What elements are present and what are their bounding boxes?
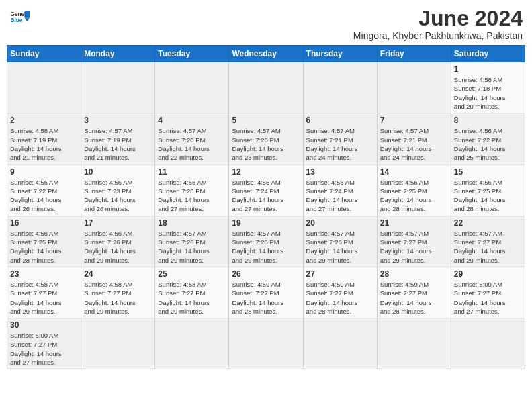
calendar-cell: 17Sunrise: 4:56 AM Sunset: 7:26 PM Dayli…	[81, 216, 155, 267]
logo: General Blue	[9, 7, 30, 27]
day-info: Sunrise: 4:57 AM Sunset: 7:27 PM Dayligh…	[380, 229, 448, 265]
day-info: Sunrise: 4:57 AM Sunset: 7:21 PM Dayligh…	[380, 126, 448, 162]
calendar-cell	[81, 318, 155, 369]
calendar-cell: 22Sunrise: 4:57 AM Sunset: 7:27 PM Dayli…	[451, 216, 525, 267]
calendar-cell: 7Sunrise: 4:57 AM Sunset: 7:21 PM Daylig…	[377, 113, 451, 165]
day-number: 13	[306, 167, 374, 177]
calendar-cell: 15Sunrise: 4:56 AM Sunset: 7:25 PM Dayli…	[451, 165, 525, 216]
day-info: Sunrise: 4:59 AM Sunset: 7:27 PM Dayligh…	[232, 280, 300, 316]
day-number: 12	[232, 167, 300, 177]
calendar-cell: 25Sunrise: 4:58 AM Sunset: 7:27 PM Dayli…	[155, 267, 229, 318]
calendar-cell: 4Sunrise: 4:57 AM Sunset: 7:20 PM Daylig…	[155, 113, 229, 165]
calendar-cell	[377, 62, 451, 113]
calendar-cell: 19Sunrise: 4:57 AM Sunset: 7:26 PM Dayli…	[229, 216, 303, 267]
day-info: Sunrise: 4:57 AM Sunset: 7:27 PM Dayligh…	[454, 229, 522, 265]
calendar-cell	[451, 318, 525, 369]
day-number: 15	[454, 167, 522, 177]
day-number: 8	[454, 116, 522, 125]
calendar-body: 1Sunrise: 4:58 AM Sunset: 7:18 PM Daylig…	[7, 62, 525, 369]
day-number: 3	[84, 116, 152, 125]
day-number: 6	[306, 116, 374, 125]
calendar-cell: 3Sunrise: 4:57 AM Sunset: 7:19 PM Daylig…	[81, 113, 155, 165]
day-info: Sunrise: 4:56 AM Sunset: 7:25 PM Dayligh…	[10, 229, 78, 265]
calendar-cell	[155, 62, 229, 113]
svg-marker-2	[25, 11, 30, 18]
calendar-cell: 28Sunrise: 4:59 AM Sunset: 7:27 PM Dayli…	[377, 267, 451, 318]
day-number: 2	[10, 116, 78, 125]
day-number: 28	[380, 269, 448, 279]
week-row-4: 23Sunrise: 4:58 AM Sunset: 7:27 PM Dayli…	[7, 267, 525, 318]
day-info: Sunrise: 4:59 AM Sunset: 7:27 PM Dayligh…	[380, 280, 448, 316]
day-number: 5	[232, 116, 300, 125]
day-info: Sunrise: 4:59 AM Sunset: 7:27 PM Dayligh…	[306, 280, 374, 316]
day-number: 18	[158, 218, 226, 228]
calendar-cell	[303, 318, 377, 369]
day-number: 25	[158, 269, 226, 279]
day-number: 14	[380, 167, 448, 177]
calendar-cell: 24Sunrise: 4:58 AM Sunset: 7:27 PM Dayli…	[81, 267, 155, 318]
day-info: Sunrise: 4:57 AM Sunset: 7:21 PM Dayligh…	[306, 126, 374, 162]
day-info: Sunrise: 5:00 AM Sunset: 7:27 PM Dayligh…	[10, 331, 78, 367]
day-number: 24	[84, 269, 152, 279]
weekday-row: SundayMondayTuesdayWednesdayThursdayFrid…	[7, 46, 525, 62]
day-info: Sunrise: 4:56 AM Sunset: 7:26 PM Dayligh…	[84, 229, 152, 265]
day-info: Sunrise: 5:00 AM Sunset: 7:27 PM Dayligh…	[454, 280, 522, 316]
day-number: 27	[306, 269, 374, 279]
calendar-cell: 14Sunrise: 4:56 AM Sunset: 7:25 PM Dayli…	[377, 165, 451, 216]
day-info: Sunrise: 4:58 AM Sunset: 7:27 PM Dayligh…	[158, 280, 226, 316]
calendar-cell	[229, 62, 303, 113]
calendar-cell: 16Sunrise: 4:56 AM Sunset: 7:25 PM Dayli…	[7, 216, 81, 267]
week-row-5: 30Sunrise: 5:00 AM Sunset: 7:27 PM Dayli…	[7, 318, 525, 369]
calendar-cell: 5Sunrise: 4:57 AM Sunset: 7:20 PM Daylig…	[229, 113, 303, 165]
day-info: Sunrise: 4:58 AM Sunset: 7:27 PM Dayligh…	[84, 280, 152, 316]
day-number: 7	[380, 116, 448, 125]
day-number: 23	[10, 269, 78, 279]
svg-marker-3	[25, 18, 30, 22]
day-number: 22	[454, 218, 522, 228]
day-info: Sunrise: 4:56 AM Sunset: 7:24 PM Dayligh…	[232, 178, 300, 214]
day-number: 19	[232, 218, 300, 228]
day-info: Sunrise: 4:57 AM Sunset: 7:19 PM Dayligh…	[84, 126, 152, 162]
day-number: 4	[158, 116, 226, 125]
calendar-cell	[229, 318, 303, 369]
day-number: 21	[380, 218, 448, 228]
day-info: Sunrise: 4:57 AM Sunset: 7:26 PM Dayligh…	[306, 229, 374, 265]
page-header: General Blue June 2024 Mingora, Khyber P…	[7, 7, 525, 41]
day-number: 29	[454, 269, 522, 279]
day-number: 11	[158, 167, 226, 177]
logo-icon: General Blue	[9, 7, 30, 27]
month-title: June 2024	[353, 7, 523, 30]
calendar-cell: 2Sunrise: 4:58 AM Sunset: 7:19 PM Daylig…	[7, 113, 81, 165]
day-number: 1	[454, 64, 522, 74]
day-number: 26	[232, 269, 300, 279]
week-row-2: 9Sunrise: 4:56 AM Sunset: 7:22 PM Daylig…	[7, 165, 525, 216]
day-info: Sunrise: 4:58 AM Sunset: 7:27 PM Dayligh…	[10, 280, 78, 316]
calendar-cell: 26Sunrise: 4:59 AM Sunset: 7:27 PM Dayli…	[229, 267, 303, 318]
week-row-3: 16Sunrise: 4:56 AM Sunset: 7:25 PM Dayli…	[7, 216, 525, 267]
day-info: Sunrise: 4:56 AM Sunset: 7:25 PM Dayligh…	[380, 178, 448, 214]
day-info: Sunrise: 4:56 AM Sunset: 7:22 PM Dayligh…	[10, 178, 78, 214]
calendar-cell: 9Sunrise: 4:56 AM Sunset: 7:22 PM Daylig…	[7, 165, 81, 216]
calendar-cell: 1Sunrise: 4:58 AM Sunset: 7:18 PM Daylig…	[451, 62, 525, 113]
calendar-cell	[7, 62, 81, 113]
day-number: 20	[306, 218, 374, 228]
weekday-monday: Monday	[81, 46, 155, 62]
weekday-friday: Friday	[377, 46, 451, 62]
calendar-cell: 10Sunrise: 4:56 AM Sunset: 7:23 PM Dayli…	[81, 165, 155, 216]
weekday-saturday: Saturday	[451, 46, 525, 62]
day-info: Sunrise: 4:56 AM Sunset: 7:23 PM Dayligh…	[158, 178, 226, 214]
day-number: 30	[10, 320, 78, 330]
day-info: Sunrise: 4:56 AM Sunset: 7:24 PM Dayligh…	[306, 178, 374, 214]
calendar-cell: 13Sunrise: 4:56 AM Sunset: 7:24 PM Dayli…	[303, 165, 377, 216]
day-info: Sunrise: 4:57 AM Sunset: 7:20 PM Dayligh…	[232, 126, 300, 162]
calendar-cell: 8Sunrise: 4:56 AM Sunset: 7:22 PM Daylig…	[451, 113, 525, 165]
day-number: 9	[10, 167, 78, 177]
day-info: Sunrise: 4:57 AM Sunset: 7:26 PM Dayligh…	[232, 229, 300, 265]
calendar-cell: 20Sunrise: 4:57 AM Sunset: 7:26 PM Dayli…	[303, 216, 377, 267]
calendar-cell	[303, 62, 377, 113]
week-row-1: 2Sunrise: 4:58 AM Sunset: 7:19 PM Daylig…	[7, 113, 525, 165]
calendar-cell: 27Sunrise: 4:59 AM Sunset: 7:27 PM Dayli…	[303, 267, 377, 318]
calendar-cell: 30Sunrise: 5:00 AM Sunset: 7:27 PM Dayli…	[7, 318, 81, 369]
weekday-sunday: Sunday	[7, 46, 81, 62]
week-row-0: 1Sunrise: 4:58 AM Sunset: 7:18 PM Daylig…	[7, 62, 525, 113]
